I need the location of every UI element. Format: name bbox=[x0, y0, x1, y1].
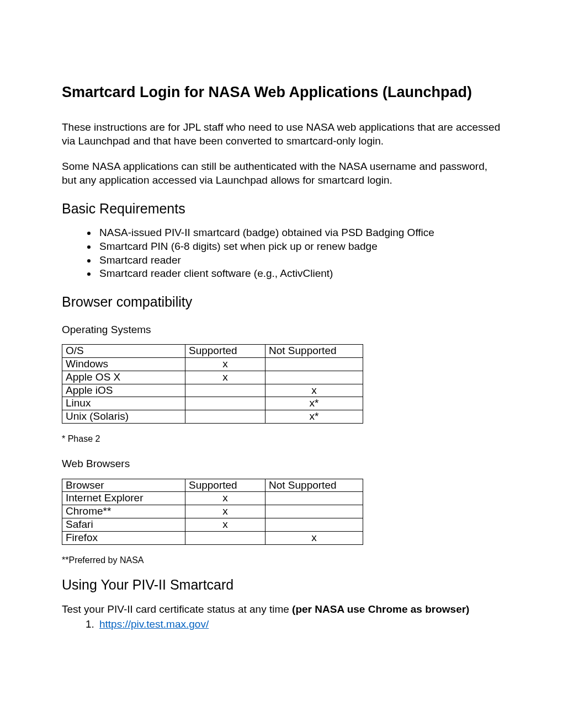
table-header-row: O/S Supported Not Supported bbox=[62, 345, 363, 358]
os-supported: x bbox=[185, 371, 265, 384]
browsers-table: Browser Supported Not Supported Internet… bbox=[62, 479, 363, 545]
os-footnote: * Phase 2 bbox=[62, 433, 503, 445]
browser-supported bbox=[185, 531, 265, 544]
os-name: Apple iOS bbox=[62, 384, 185, 397]
basic-requirements-heading: Basic Requirements bbox=[62, 200, 503, 218]
browser-not-supported: x bbox=[265, 531, 363, 544]
intro-paragraph-1: These instructions are for JPL staff who… bbox=[62, 121, 503, 148]
using-smartcard-heading: Using Your PIV-II Smartcard bbox=[62, 576, 503, 594]
document-page: Smartcard Login for NASA Web Application… bbox=[0, 0, 563, 728]
browser-name: Safari bbox=[62, 518, 185, 531]
table-header: Supported bbox=[185, 479, 265, 492]
piv-test-link[interactable]: https://piv.test.max.gov/ bbox=[99, 618, 209, 630]
lead-text: Test your PIV-II card certificate status… bbox=[62, 603, 292, 615]
os-supported bbox=[185, 410, 265, 424]
table-header-row: Browser Supported Not Supported bbox=[62, 479, 363, 492]
os-name: Apple OS X bbox=[62, 371, 185, 384]
basic-requirements-list: NASA-issued PIV-II smartcard (badge) obt… bbox=[62, 226, 503, 281]
os-table: O/S Supported Not Supported Windows x Ap… bbox=[62, 344, 363, 424]
table-row: Linux x* bbox=[62, 397, 363, 410]
table-row: Windows x bbox=[62, 358, 363, 371]
os-name: Linux bbox=[62, 397, 185, 410]
os-supported bbox=[185, 384, 265, 397]
browser-not-supported bbox=[265, 492, 363, 505]
browser-name: Chrome** bbox=[62, 505, 185, 518]
lead-bold: (per NASA use Chrome as browser) bbox=[292, 603, 469, 615]
table-row: Firefox x bbox=[62, 531, 363, 544]
table-row: Safari x bbox=[62, 518, 363, 531]
os-not-supported: x* bbox=[265, 397, 363, 410]
browser-name: Internet Explorer bbox=[62, 492, 185, 505]
table-header: Supported bbox=[185, 345, 265, 358]
browsers-footnote: **Preferred by NASA bbox=[62, 555, 503, 566]
browser-supported: x bbox=[185, 505, 265, 518]
table-header: Browser bbox=[62, 479, 185, 492]
using-smartcard-lead: Test your PIV-II card certificate status… bbox=[62, 603, 503, 617]
os-supported bbox=[185, 397, 265, 410]
browser-compatibility-heading: Browser compatibility bbox=[62, 293, 503, 311]
list-item: NASA-issued PIV-II smartcard (badge) obt… bbox=[97, 226, 503, 240]
os-not-supported bbox=[265, 358, 363, 371]
intro-paragraph-2: Some NASA applications can still be auth… bbox=[62, 160, 503, 187]
list-item: Smartcard PIN (6-8 digits) set when pick… bbox=[97, 240, 503, 254]
list-item: Smartcard reader client software (e.g., … bbox=[97, 267, 503, 281]
list-item: https://piv.test.max.gov/ bbox=[97, 618, 503, 631]
page-title: Smartcard Login for NASA Web Application… bbox=[62, 83, 503, 102]
table-header: Not Supported bbox=[265, 479, 363, 492]
browser-supported: x bbox=[185, 518, 265, 531]
os-not-supported bbox=[265, 371, 363, 384]
test-link-list: https://piv.test.max.gov/ bbox=[62, 618, 503, 631]
os-name: Unix (Solaris) bbox=[62, 410, 185, 424]
browser-not-supported bbox=[265, 505, 363, 518]
os-not-supported: x bbox=[265, 384, 363, 397]
table-row: Internet Explorer x bbox=[62, 492, 363, 505]
table-row: Unix (Solaris) x* bbox=[62, 410, 363, 424]
operating-systems-subheading: Operating Systems bbox=[62, 323, 503, 337]
table-row: Apple OS X x bbox=[62, 371, 363, 384]
os-name: Windows bbox=[62, 358, 185, 371]
table-header: Not Supported bbox=[265, 345, 363, 358]
browser-name: Firefox bbox=[62, 531, 185, 544]
list-item: Smartcard reader bbox=[97, 254, 503, 267]
browser-supported: x bbox=[185, 492, 265, 505]
os-supported: x bbox=[185, 358, 265, 371]
table-header: O/S bbox=[62, 345, 185, 358]
web-browsers-subheading: Web Browsers bbox=[62, 457, 503, 471]
browser-not-supported bbox=[265, 518, 363, 531]
os-not-supported: x* bbox=[265, 410, 363, 424]
table-row: Apple iOS x bbox=[62, 384, 363, 397]
table-row: Chrome** x bbox=[62, 505, 363, 518]
